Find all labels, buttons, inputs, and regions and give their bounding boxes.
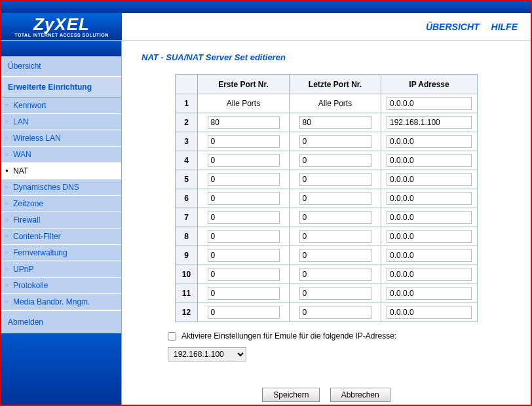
table-row: 12: [176, 303, 478, 322]
first-port-input[interactable]: [208, 173, 280, 186]
first-port-static: Alle Ports: [198, 94, 290, 113]
ip-input[interactable]: [387, 249, 472, 262]
ip-input[interactable]: [387, 230, 472, 243]
row-number: 7: [176, 208, 198, 227]
col-last-port: Letzte Port Nr.: [290, 75, 381, 94]
button-row: Speichern Abbrechen: [142, 388, 511, 402]
table-row: 1Alle PortsAlle Ports: [176, 94, 478, 113]
top-nav: ÜBERSICHT HILFE: [426, 22, 518, 32]
first-port-input[interactable]: [208, 287, 280, 300]
sidebar-item-lan[interactable]: LAN: [1, 114, 121, 130]
window-top-bar: [1, 1, 531, 13]
ip-input[interactable]: [387, 154, 472, 167]
ip-input[interactable]: [387, 287, 472, 300]
header: ZyXEL TOTAL INTERNET ACCESS SOLUTION ÜBE…: [1, 13, 531, 41]
table-row: 6: [176, 189, 478, 208]
last-port-input[interactable]: [299, 268, 371, 281]
sidebar-logout[interactable]: Abmelden: [1, 310, 121, 333]
row-number: 9: [176, 246, 198, 265]
row-number: 12: [176, 303, 198, 322]
table-row: 8: [176, 227, 478, 246]
last-port-input[interactable]: [299, 116, 371, 129]
table-row: 7: [176, 208, 478, 227]
table-row: 10: [176, 265, 478, 284]
last-port-static: Alle Ports: [290, 94, 381, 113]
last-port-input[interactable]: [299, 306, 371, 319]
cancel-button[interactable]: Abbrechen: [330, 388, 390, 402]
last-port-input[interactable]: [299, 173, 371, 186]
nat-table: Erste Port Nr. Letzte Port Nr. IP Adress…: [175, 74, 478, 322]
save-button[interactable]: Speichern: [262, 388, 320, 402]
col-ip: IP Adresse: [381, 75, 478, 94]
logo: ZyXEL TOTAL INTERNET ACCESS SOLUTION: [1, 13, 122, 40]
sidebar-item-protokolle[interactable]: Protokolle: [1, 278, 121, 294]
sidebar-item-upnp[interactable]: UPnP: [1, 261, 121, 278]
sidebar-overview[interactable]: Übersicht: [1, 56, 121, 77]
table-row: 11: [176, 284, 478, 303]
sidebar-group-advanced: Erweiterte Einrichtung: [1, 77, 121, 98]
first-port-input[interactable]: [208, 154, 280, 167]
table-row: 3: [176, 132, 478, 151]
sidebar-item-kennwort[interactable]: Kennwort: [1, 98, 121, 114]
table-row: 4: [176, 151, 478, 170]
last-port-input[interactable]: [299, 192, 371, 205]
first-port-input[interactable]: [208, 249, 280, 262]
ip-input[interactable]: [387, 192, 472, 205]
row-number: 1: [176, 94, 198, 113]
emule-ip-select[interactable]: 192.168.1.100: [168, 347, 246, 361]
emule-checkbox-row: Aktiviere Einstellungen für Emule für di…: [168, 331, 511, 341]
overview-link[interactable]: ÜBERSICHT: [426, 22, 480, 32]
first-port-input[interactable]: [208, 192, 280, 205]
last-port-input[interactable]: [299, 230, 371, 243]
content-area: NAT - SUA/NAT Server Set editieren Erste…: [122, 41, 531, 405]
first-port-input[interactable]: [208, 135, 280, 148]
sidebar: Übersicht Erweiterte Einrichtung Kennwor…: [1, 41, 122, 405]
row-number: 10: [176, 265, 198, 284]
first-port-input[interactable]: [208, 268, 280, 281]
first-port-input[interactable]: [208, 211, 280, 224]
sidebar-item-fernverwaltung[interactable]: Fernverwaltung: [1, 245, 121, 261]
row-number: 5: [176, 170, 198, 189]
col-num: [176, 75, 198, 94]
first-port-input[interactable]: [208, 306, 280, 319]
ip-input[interactable]: [387, 173, 472, 186]
sidebar-item-dynamisches-dns[interactable]: Dynamisches DNS: [1, 179, 121, 196]
ip-input[interactable]: [387, 268, 472, 281]
last-port-input[interactable]: [299, 249, 371, 262]
brand-name: ZyXEL: [33, 16, 90, 33]
sidebar-item-content-filter[interactable]: Content-Filter: [1, 229, 121, 245]
row-number: 6: [176, 189, 198, 208]
sidebar-fill: [1, 333, 121, 405]
last-port-input[interactable]: [299, 211, 371, 224]
ip-input[interactable]: [387, 211, 472, 224]
table-row: 9: [176, 246, 478, 265]
sidebar-item-firewall[interactable]: Firewall: [1, 212, 121, 229]
first-port-input[interactable]: [208, 116, 280, 129]
last-port-input[interactable]: [299, 287, 371, 300]
col-first-port: Erste Port Nr.: [198, 75, 290, 94]
row-number: 3: [176, 132, 198, 151]
table-row: 5: [176, 170, 478, 189]
row-number: 2: [176, 113, 198, 132]
sidebar-item-nat[interactable]: NAT: [1, 163, 121, 179]
emule-checkbox[interactable]: [168, 332, 176, 341]
last-port-input[interactable]: [299, 135, 371, 148]
last-port-input[interactable]: [299, 154, 371, 167]
ip-input[interactable]: [387, 116, 472, 129]
ip-input[interactable]: [387, 97, 472, 110]
row-number: 4: [176, 151, 198, 170]
sidebar-item-zeitzone[interactable]: Zeitzone: [1, 196, 121, 212]
sidebar-item-wan[interactable]: WAN: [1, 147, 121, 163]
sidebar-top-gap: [1, 41, 121, 56]
sidebar-item-media-bandbr-mngm-[interactable]: Media Bandbr. Mngm.: [1, 294, 121, 310]
emule-label: Aktiviere Einstellungen für Emule für di…: [181, 331, 396, 341]
sidebar-item-wireless-lan[interactable]: Wireless LAN: [1, 130, 121, 147]
help-link[interactable]: HILFE: [491, 22, 518, 32]
row-number: 8: [176, 227, 198, 246]
ip-input[interactable]: [387, 306, 472, 319]
page-title: NAT - SUA/NAT Server Set editieren: [142, 52, 511, 62]
brand-tagline: TOTAL INTERNET ACCESS SOLUTION: [14, 33, 108, 37]
table-row: 2: [176, 113, 478, 132]
first-port-input[interactable]: [208, 230, 280, 243]
ip-input[interactable]: [387, 135, 472, 148]
